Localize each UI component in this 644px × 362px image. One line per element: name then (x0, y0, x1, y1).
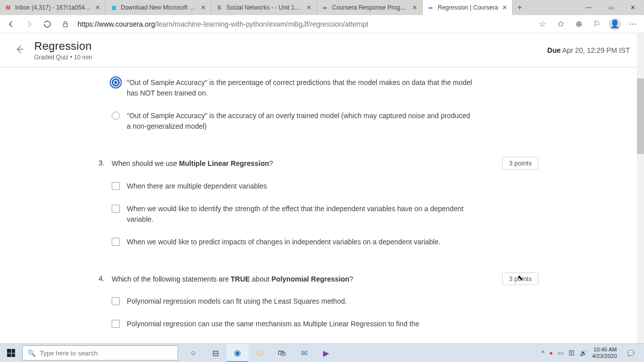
menu-button[interactable]: ⋯ (625, 17, 641, 32)
window-minimize[interactable]: — (578, 0, 600, 15)
system-tray: ^ ● ▭ ⚿ 🔊 10:46 AM 4/23/2020 💬 (537, 346, 644, 359)
address-bar: https://www.coursera.org/learn/machine-l… (0, 15, 644, 33)
mail-icon[interactable]: ✉ (293, 344, 315, 362)
tab-gmail[interactable]: M Inbox (4,317) - 167r1a0548@g ✕ (0, 0, 106, 15)
nav-refresh-button[interactable] (39, 17, 55, 32)
taskbar-clock[interactable]: 10:46 AM 4/23/2020 (592, 346, 617, 359)
profile-button[interactable]: 👤 (607, 17, 623, 32)
checkbox-icon[interactable] (112, 320, 120, 328)
scrollbar-thumb[interactable] (637, 78, 644, 154)
favorites-bar-icon[interactable]: ✩ (552, 17, 569, 32)
tab-social-networks[interactable]: S Social Networks - - Unit 14 - V ✕ (211, 0, 317, 15)
tab-label: Coursera Response Program f (332, 4, 408, 11)
url-field[interactable]: https://www.coursera.org/learn/machine-l… (75, 20, 532, 28)
question-number: 3. (99, 159, 105, 167)
search-placeholder: Type here to search (40, 349, 98, 357)
option-text: When we would like to identify the stren… (127, 204, 474, 225)
option-text: Polynomial regression models can fit usi… (127, 296, 347, 307)
radio-icon[interactable] (112, 112, 120, 120)
taskbar-search[interactable]: 🔍 Type here to search (22, 345, 178, 360)
s-icon: S (215, 4, 223, 12)
ms-icon: ⊞ (110, 4, 118, 12)
option-text: When we would like to predict impacts of… (127, 237, 440, 247)
tab-edge-download[interactable]: ⊞ Download New Microsoft Edg ✕ (106, 0, 211, 15)
tab-coursera-response[interactable]: ∞ Coursera Response Program f ✕ (317, 0, 423, 15)
checkbox-icon[interactable] (112, 297, 120, 305)
windows-icon (7, 349, 15, 357)
question-4: 4. Which of the following statements are… (30, 275, 614, 330)
close-icon[interactable]: ✕ (411, 4, 418, 11)
radio-option[interactable]: "Out of Sample Accuracy" is the accuracy… (112, 111, 474, 132)
radio-icon[interactable] (112, 78, 120, 86)
option-text: When there are multiple dependent variab… (127, 181, 267, 192)
page-subtitle: Graded Quiz • 10 min (34, 54, 547, 61)
checkbox-option[interactable]: When we would like to predict impacts of… (112, 237, 474, 247)
windows-taskbar: 🔍 Type here to search ○ ⊟ ◉ 🗂 🛍 ✉ ▶ ^ ● … (0, 343, 644, 362)
option-text: "Out of Sample Accuracy" is the accuracy… (127, 111, 474, 132)
nav-forward-button[interactable] (21, 17, 37, 32)
tray-chevron-icon[interactable]: ^ (541, 349, 544, 356)
question-2-partial: "Out of Sample Accuracy" is the percenta… (30, 77, 614, 132)
task-view-icon[interactable]: ⊟ (204, 344, 226, 362)
option-text: Polynomial regression can use the same m… (127, 319, 419, 329)
coursera-icon: ∞ (321, 4, 329, 12)
edge-icon[interactable]: ◉ (226, 344, 249, 362)
checkbox-icon[interactable] (112, 182, 120, 190)
question-text: Which of the following statements are TR… (112, 275, 474, 285)
back-button[interactable] (14, 44, 25, 57)
browser-titlebar: M Inbox (4,317) - 167r1a0548@g ✕ ⊞ Downl… (0, 0, 644, 15)
gmail-icon: M (4, 4, 12, 12)
favorite-icon[interactable]: ☆ (534, 17, 550, 32)
question-number: 4. (99, 275, 105, 283)
checkbox-option[interactable]: Polynomial regression can use the same m… (112, 319, 474, 329)
search-icon: 🔍 (28, 349, 36, 357)
collections-icon[interactable]: ⊕ (571, 17, 587, 32)
tab-label: Download New Microsoft Edg (121, 4, 197, 11)
nav-back-button[interactable] (3, 17, 19, 32)
question-3: 3. When should we use Multiple Linear Re… (30, 159, 614, 247)
checkbox-option[interactable]: Polynomial regression models can fit usi… (112, 296, 474, 307)
close-icon[interactable]: ✕ (200, 4, 207, 11)
reader-icon[interactable]: ⚐ (589, 17, 605, 32)
media-icon[interactable]: ▶ (315, 344, 337, 362)
radio-option[interactable]: "Out of Sample Accuracy" is the percenta… (112, 77, 474, 99)
notifications-icon[interactable]: 💬 (622, 350, 640, 356)
tab-label: Regression | Coursera (438, 4, 498, 11)
explorer-icon[interactable]: 🗂 (249, 344, 271, 362)
wifi-icon[interactable]: ⚿ (569, 349, 575, 356)
svg-rect-0 (63, 24, 67, 27)
close-icon[interactable]: ✕ (305, 4, 312, 11)
quiz-body: "Out of Sample Accuracy" is the percenta… (0, 67, 644, 343)
tray-app-icon[interactable]: ● (549, 349, 553, 356)
lock-icon[interactable] (57, 17, 73, 32)
checkbox-option[interactable]: When we would like to identify the stren… (112, 204, 474, 225)
coursera-icon: ∞ (427, 4, 435, 12)
checkbox-option[interactable]: When there are multiple dependent variab… (112, 181, 474, 192)
option-text: "Out of Sample Accuracy" is the percenta… (127, 77, 474, 99)
store-icon[interactable]: 🛍 (271, 344, 293, 362)
points-badge: 3 points (502, 157, 538, 169)
tab-regression[interactable]: ∞ Regression | Coursera ✕ (423, 0, 513, 15)
volume-icon[interactable]: 🔊 (580, 349, 587, 356)
tab-label: Inbox (4,317) - 167r1a0548@g (15, 4, 91, 11)
question-text: When should we use Multiple Linear Regre… (112, 159, 474, 169)
checkbox-icon[interactable] (112, 238, 120, 246)
close-icon[interactable]: ✕ (94, 4, 101, 11)
window-maximize[interactable]: ▭ (600, 0, 622, 15)
points-badge: 3 points (502, 273, 538, 285)
avatar-icon: 👤 (609, 18, 621, 30)
cortana-icon[interactable]: ○ (182, 344, 204, 362)
window-close[interactable]: ✕ (622, 0, 644, 15)
battery-icon[interactable]: ▭ (558, 349, 564, 356)
due-date: Due Apr 20, 12:29 PM IST (547, 46, 630, 54)
tab-label: Social Networks - - Unit 14 - V (226, 4, 302, 11)
page-title: Regression (34, 40, 547, 53)
start-button[interactable] (0, 344, 22, 362)
new-tab-button[interactable]: + (513, 0, 527, 15)
checkbox-icon[interactable] (112, 205, 120, 213)
quiz-header: Regression Graded Quiz • 10 min Due Apr … (0, 33, 644, 67)
close-icon[interactable]: ✕ (501, 4, 508, 11)
